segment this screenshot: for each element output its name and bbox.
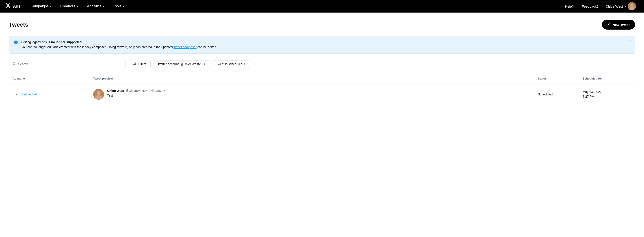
scheduled-for-value: May 14, 2022 7:27 PM (582, 90, 632, 99)
nav-item-tools[interactable]: Tools ▾ (109, 0, 128, 12)
tweets-table: Ad name Tweet preview Status Scheduled f… (9, 73, 635, 104)
status-badge: Scheduled (538, 92, 552, 96)
info-icon (14, 40, 18, 46)
chevron-down-icon: ▾ (123, 5, 124, 8)
row-options-button[interactable]: ⋮ (12, 91, 20, 98)
alert-close-button[interactable]: × (629, 39, 631, 44)
close-icon: × (629, 39, 631, 44)
help-link[interactable]: Help? (561, 3, 577, 10)
search-icon (12, 62, 16, 66)
status-cell: Scheduled (534, 91, 579, 98)
chevron-down-icon: ▾ (50, 5, 51, 8)
tweet-content: Chloe West @ChloeWest28 · May 14 Test (107, 89, 530, 97)
table-row: ⋮ Untitled ad Chloe West (9, 84, 635, 104)
filters-row: Filters Twitter account: @ChloeWest28 ▾ … (9, 60, 635, 68)
nav-right: Help? Feedback? Chloe West ▾ (561, 0, 638, 12)
clock-icon (151, 89, 154, 93)
nav-item-analytics[interactable]: Analytics ▾ (83, 0, 109, 12)
tweet-handle: @ChloeWest28 (126, 89, 148, 92)
filters-label: Filters (138, 62, 146, 66)
search-box[interactable] (9, 60, 126, 68)
ads-label: Ads (13, 4, 20, 9)
chevron-down-icon: ▾ (244, 62, 245, 66)
navbar: Ads Campaigns ▾ Creatives ▾ Analytics ▾ … (0, 0, 644, 12)
account-dropdown-label: Twitter account: @ChloeWest28 (158, 62, 202, 66)
page-header: Tweets New Tweet (9, 20, 635, 30)
th-scheduled-for: Scheduled for (579, 75, 635, 82)
tweet-meta: Chloe West @ChloeWest28 · May 14 (107, 89, 530, 93)
th-status: Status (534, 75, 579, 82)
alert-banner: Editing legacy ads is no longer supporte… (9, 36, 635, 54)
nav-items: Campaigns ▾ Creatives ▾ Analytics ▾ Tool… (26, 0, 561, 12)
search-input[interactable] (18, 62, 122, 66)
new-tweet-label: New Tweet (613, 23, 630, 27)
ad-name-link[interactable]: Untitled ad (22, 92, 37, 96)
tweet-date: May 14 (156, 89, 166, 92)
table-header: Ad name Tweet preview Status Scheduled f… (9, 73, 635, 84)
tweet-separator: · (149, 89, 150, 92)
chevron-down-icon: ▾ (77, 5, 78, 8)
tweet-preview-cell: Chloe West @ChloeWest28 · May 14 Test (90, 87, 534, 102)
tweet-composer-link[interactable]: Tweet composer (174, 45, 196, 49)
feedback-link[interactable]: Feedback? (578, 3, 602, 10)
ad-name-cell: ⋮ Untitled ad (9, 89, 90, 100)
svg-point-1 (630, 4, 634, 7)
avatar (628, 2, 636, 10)
new-tweet-button[interactable]: New Tweet (602, 20, 635, 30)
page-content: Tweets New Tweet Editing legacy ads is n… (0, 12, 644, 112)
scheduled-for-cell: May 14, 2022 7:27 PM (579, 88, 635, 101)
nav-item-campaigns[interactable]: Campaigns ▾ (26, 0, 56, 12)
chevron-down-icon: ▾ (204, 62, 205, 66)
svg-point-4 (96, 91, 100, 95)
user-name: Chloe West (606, 4, 623, 8)
twitter-bird-icon (6, 3, 11, 10)
pencil-icon (607, 22, 611, 27)
tweets-dropdown-label: Tweets: Scheduled (216, 62, 242, 66)
tweet-user-avatar (93, 89, 104, 100)
tweet-user-name: Chloe West (107, 89, 124, 92)
brand: Ads (6, 3, 24, 10)
user-menu[interactable]: Chloe West ▾ (603, 0, 638, 12)
th-tweet-preview: Tweet preview (90, 75, 534, 82)
filters-button[interactable]: Filters (128, 60, 150, 68)
filter-icon (133, 62, 136, 66)
user-chevron-icon: ▾ (625, 5, 626, 8)
account-dropdown[interactable]: Twitter account: @ChloeWest28 ▾ (154, 60, 209, 68)
alert-text: Editing legacy ads is no longer supporte… (21, 40, 217, 50)
nav-item-creatives[interactable]: Creatives ▾ (56, 0, 83, 12)
tweets-dropdown[interactable]: Tweets: Scheduled ▾ (212, 60, 249, 68)
page-title: Tweets (9, 21, 28, 28)
th-ad-name: Ad name (9, 75, 90, 82)
tweet-text: Test (107, 94, 530, 97)
chevron-down-icon: ▾ (103, 5, 104, 8)
